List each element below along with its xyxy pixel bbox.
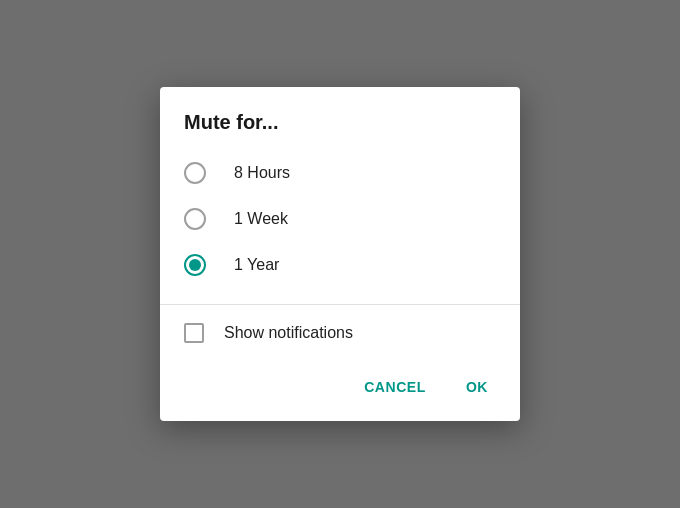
radio-item-1year[interactable]: 1 Year (184, 242, 496, 288)
ok-button[interactable]: OK (450, 369, 504, 405)
radio-item-1week[interactable]: 1 Week (184, 196, 496, 242)
show-notifications-label: Show notifications (224, 324, 353, 342)
radio-label-1year: 1 Year (234, 256, 279, 274)
radio-label-8hours: 8 Hours (234, 164, 290, 182)
mute-dialog: Mute for... 8 Hours 1 Week 1 Year Show n… (160, 87, 520, 421)
radio-circle-1year (184, 254, 206, 276)
dialog-title: Mute for... (160, 111, 520, 150)
radio-circle-8hours (184, 162, 206, 184)
radio-label-1week: 1 Week (234, 210, 288, 228)
radio-list: 8 Hours 1 Week 1 Year (160, 150, 520, 296)
radio-circle-1week (184, 208, 206, 230)
cancel-button[interactable]: CANCEL (348, 369, 442, 405)
radio-item-8hours[interactable]: 8 Hours (184, 150, 496, 196)
dialog-actions: CANCEL OK (160, 361, 520, 421)
show-notifications-checkbox[interactable] (184, 323, 204, 343)
checkbox-section: Show notifications (160, 305, 520, 361)
